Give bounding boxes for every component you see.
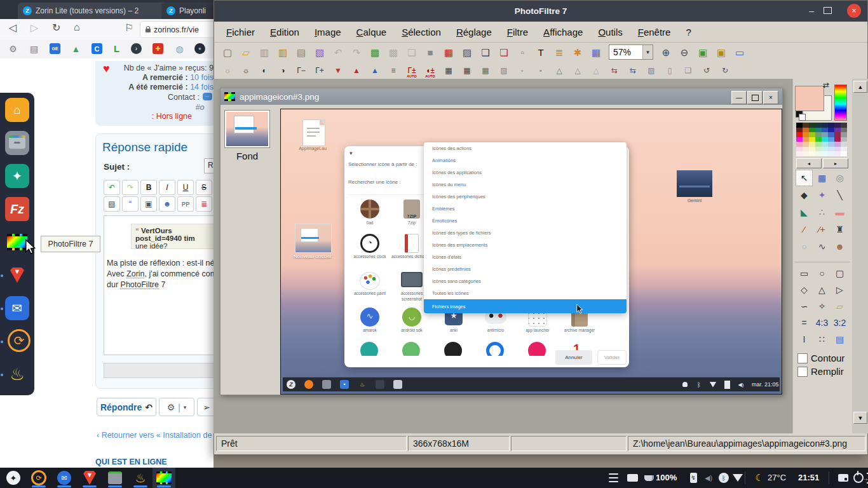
lasso-shape-icon[interactable]: ∽ <box>796 299 812 314</box>
fit-image-icon[interactable]: ▣ <box>695 44 711 60</box>
hand-tool-icon[interactable]: ◎ <box>832 170 848 186</box>
photomask-olive-icon[interactable]: ▦ <box>477 64 494 78</box>
text-selection-icon[interactable]: I <box>796 332 812 347</box>
category-item[interactable]: Icônes des emplacements <box>424 239 627 251</box>
palette-color[interactable] <box>828 142 834 147</box>
tray-menu-icon[interactable] <box>605 470 621 486</box>
sharpen-icon[interactable]: ◦ <box>532 64 549 78</box>
chat-bookmark-icon[interactable]: › <box>131 43 142 54</box>
advanced-brush-tool-icon[interactable]: ∕+ <box>814 222 830 237</box>
palette-next-button[interactable]: ▸ <box>823 158 848 168</box>
category-item[interactable]: Icônes prédéfinies <box>424 263 627 275</box>
taskbar-sync-icon[interactable]: ⟳ <box>31 470 47 486</box>
taskbar-files-icon[interactable] <box>107 470 123 486</box>
palette-color[interactable] <box>809 123 815 128</box>
eraser-tool-icon[interactable]: ▬ <box>832 205 848 220</box>
menu-item[interactable]: Edition <box>263 24 306 40</box>
new-icon[interactable]: ▢ <box>219 44 236 60</box>
category-item[interactable]: Émoticônes <box>424 215 627 227</box>
palette-color[interactable] <box>834 137 841 142</box>
image-maximize-button[interactable] <box>747 91 763 104</box>
palette-color[interactable] <box>828 128 834 133</box>
palette-color[interactable] <box>796 137 803 142</box>
taskbar-teapot-icon[interactable]: ♨ <box>132 470 149 486</box>
auto-levels-icon[interactable]: Γ±AUTO <box>403 64 420 78</box>
rectangle-shape-icon[interactable]: ▭ <box>796 266 812 281</box>
palette-color[interactable] <box>828 123 834 128</box>
palette-color[interactable] <box>803 137 809 142</box>
palette-color[interactable] <box>809 128 815 133</box>
palette-color[interactable] <box>803 142 809 147</box>
palette-color[interactable] <box>828 137 834 142</box>
scroll-up-icon[interactable]: ▲ <box>853 81 867 93</box>
dock-files-icon[interactable] <box>5 131 29 155</box>
gamma-plus-icon[interactable]: Γ+ <box>311 64 328 78</box>
palette-color[interactable] <box>841 151 847 156</box>
gradient-blue-icon[interactable]: ⇆ <box>625 64 641 78</box>
palette-color[interactable] <box>834 142 841 147</box>
icon-amarok[interactable]: ∿ <box>349 308 390 327</box>
histogram-icon[interactable]: ▲ <box>367 64 383 78</box>
back-button[interactable]: ◁ <box>9 22 17 34</box>
transparency-icon[interactable]: ▨ <box>459 44 475 60</box>
palette-color[interactable] <box>841 132 847 137</box>
icon-accessories-paint[interactable] <box>349 272 390 290</box>
print-icon[interactable]: ▤ <box>293 44 309 60</box>
levels-icon[interactable]: ≡ <box>385 64 402 78</box>
maximize-button[interactable] <box>824 7 832 14</box>
photofiltre-title-bar[interactable]: PhotoFiltre 7 <box>214 1 867 22</box>
image-icon[interactable]: ▩ <box>367 44 383 60</box>
automate-icon[interactable]: ✱ <box>569 44 586 60</box>
palette-color[interactable] <box>828 132 834 137</box>
palette-color[interactable] <box>803 132 809 137</box>
open-selection-icon[interactable]: ▱ <box>832 299 848 314</box>
tray-folder-icon[interactable] <box>624 470 641 486</box>
retouch-tool-icon[interactable]: ☻ <box>832 239 848 254</box>
palette-color[interactable] <box>796 123 803 128</box>
menu-item[interactable]: Affichage <box>536 24 590 40</box>
image-disabled-icon[interactable]: ▩ <box>385 44 402 60</box>
palette-color[interactable] <box>834 151 841 156</box>
dock-filezilla-icon[interactable]: Fz <box>5 197 29 221</box>
display-icon[interactable] <box>835 470 851 486</box>
layer-thumbnail[interactable] <box>224 110 270 148</box>
clone-stamp-tool-icon[interactable]: ♜ <box>832 222 848 237</box>
dock-thunderbird-icon[interactable]: ✉ <box>5 296 29 320</box>
palette-color[interactable] <box>822 123 828 128</box>
menu-item[interactable]: Fenêtre <box>631 24 678 40</box>
palette-color[interactable] <box>828 151 834 156</box>
ratio-4-3-icon[interactable]: 4:3 <box>814 315 830 330</box>
palette-color[interactable] <box>809 151 815 156</box>
palette-color[interactable] <box>822 137 828 142</box>
category-item[interactable]: Icônes des périphériques <box>424 191 627 203</box>
settings-bookmark-icon[interactable]: ⚙ <box>8 43 18 54</box>
palette-color[interactable] <box>809 142 815 147</box>
planet-bookmark-icon[interactable]: ● <box>194 43 205 54</box>
saturation-minus-icon[interactable]: ▼ <box>330 64 346 78</box>
bold-button[interactable]: B <box>140 180 157 195</box>
category-item[interactable]: Icônes des applications <box>424 166 627 179</box>
palette-color[interactable] <box>796 128 803 133</box>
close-button[interactable]: × <box>847 4 861 18</box>
palette-color[interactable] <box>841 147 847 152</box>
archive-bookmark-icon[interactable]: ▤ <box>29 43 39 54</box>
pages-icon[interactable]: ❏ <box>680 64 696 78</box>
wifi-icon[interactable] <box>729 470 746 486</box>
message-icon[interactable]: … <box>203 93 212 100</box>
contrast-minus-icon[interactable]: ◐ <box>256 64 273 78</box>
triangle-shape-icon[interactable]: △ <box>814 282 830 297</box>
fit-window-icon[interactable]: ▣ <box>713 44 729 60</box>
news-bookmark-icon[interactable]: GE <box>50 43 60 54</box>
undo-icon[interactable]: ↶ <box>104 180 120 195</box>
arrow-tool-icon[interactable]: ↖ <box>796 170 812 186</box>
taskbar-brave-icon[interactable]: ▼ <box>81 470 98 486</box>
right-triangle-shape-icon[interactable]: ▷ <box>832 282 848 297</box>
gradient-icon[interactable]: ⇆ <box>606 64 623 78</box>
cancel-button[interactable]: Annuler <box>555 350 592 365</box>
auto-contrast-icon[interactable]: ◖±AUTO <box>422 64 438 78</box>
palette-color[interactable] <box>796 132 803 137</box>
category-item[interactable]: Icônes des actions <box>424 142 627 154</box>
tray-coffee-icon[interactable] <box>641 470 657 486</box>
magic-wand-tool-icon[interactable]: ✦ <box>814 187 830 203</box>
icon-0ad[interactable] <box>349 200 390 219</box>
